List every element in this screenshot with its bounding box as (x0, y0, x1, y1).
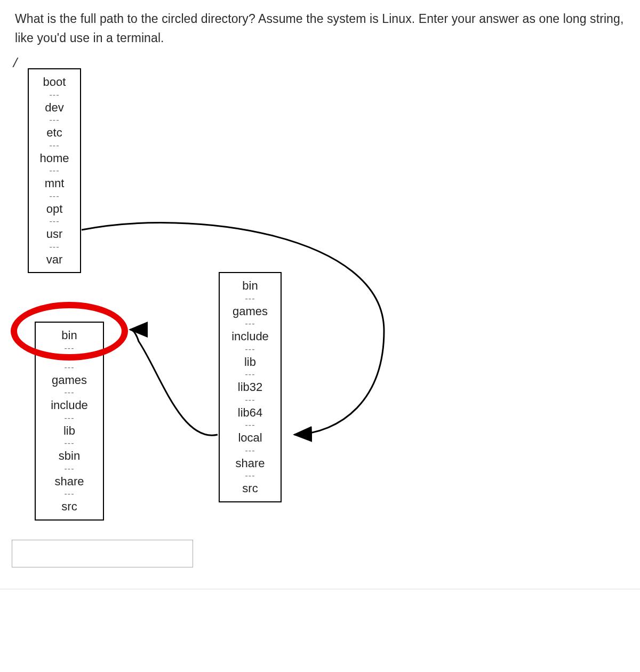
sep: --- (65, 414, 75, 422)
sep: --- (245, 294, 255, 303)
sep: --- (245, 319, 255, 328)
dir-local-share: share (52, 473, 86, 490)
dir-usr-local: local (236, 429, 264, 446)
sep: --- (65, 363, 75, 372)
sep: --- (245, 370, 255, 379)
sep: --- (50, 166, 60, 175)
dir-etc: etc (44, 124, 64, 141)
sep: --- (50, 217, 60, 226)
dir-usr-lib64: lib64 (236, 404, 265, 421)
root-level-box: boot --- dev --- etc --- home --- mnt --… (28, 68, 81, 273)
dir-dev: dev (43, 99, 66, 116)
dir-boot: boot (41, 74, 68, 91)
sep: --- (65, 439, 75, 447)
sep: --- (245, 446, 255, 455)
sep: --- (245, 396, 255, 404)
dir-local-bin: bin (59, 327, 79, 344)
sep: --- (245, 471, 255, 480)
divider-line (0, 589, 640, 589)
dir-local-include: include (49, 397, 90, 414)
sep: --- (65, 344, 75, 353)
root-slash: / (12, 57, 625, 71)
dir-usr-share: share (233, 455, 267, 472)
dir-usr-src: src (240, 480, 260, 497)
dir-opt: opt (44, 201, 65, 218)
dir-local-src: src (59, 498, 79, 515)
sep: --- (50, 116, 60, 124)
dir-usr-lib: lib (242, 354, 258, 371)
sep: --- (50, 243, 60, 251)
dir-local-games: games (50, 372, 89, 389)
dir-usr-include: include (229, 328, 271, 345)
sep: --- (245, 345, 255, 354)
answer-input[interactable] (12, 540, 193, 567)
dir-mnt: mnt (43, 175, 67, 192)
dir-usr-games: games (230, 303, 270, 320)
question-text: What is the full path to the circled dir… (15, 10, 625, 47)
sep: --- (65, 388, 75, 397)
dir-home: home (37, 150, 71, 167)
dir-local-blank (67, 353, 71, 363)
local-level-box: bin --- --- games --- include --- lib --… (35, 322, 104, 521)
sep: --- (50, 141, 60, 150)
sep: --- (245, 421, 255, 429)
sep: --- (50, 91, 60, 99)
sep: --- (50, 192, 60, 201)
usr-level-box: bin --- games --- include --- lib --- li… (219, 272, 282, 502)
sep: --- (65, 465, 75, 473)
sep: --- (65, 490, 75, 498)
dir-usr-bin: bin (240, 277, 260, 294)
dir-usr-lib32: lib32 (236, 379, 265, 396)
arrow-local-to-local-box (130, 330, 218, 435)
dir-local-sbin: sbin (57, 447, 82, 465)
dir-var: var (44, 251, 65, 268)
dir-local-lib: lib (61, 422, 77, 439)
dir-usr: usr (44, 226, 65, 243)
